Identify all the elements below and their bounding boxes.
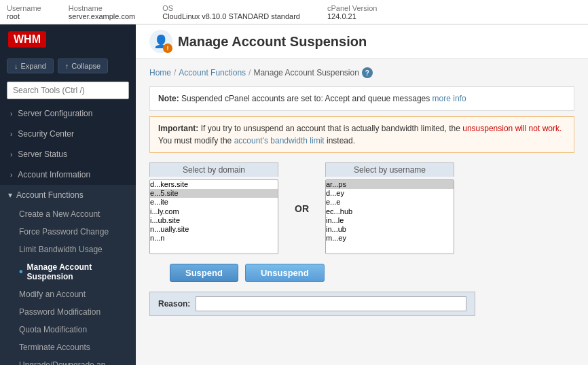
- sidebar-item-force-password-change[interactable]: Force Password Change: [11, 223, 136, 241]
- breadcrumb-home-link[interactable]: Home: [149, 68, 171, 77]
- action-buttons: Suspend Unsuspend: [149, 264, 574, 282]
- username-label: Username: [7, 4, 41, 12]
- chevron-right-icon: ›: [10, 171, 12, 179]
- sidebar-item-server-status[interactable]: › Server Status: [0, 144, 136, 164]
- breadcrumb-separator: /: [249, 68, 251, 77]
- subitem-label: Force Password Change: [19, 227, 109, 237]
- page-icon: 👤 !: [149, 30, 172, 53]
- hostname-label: Hostname: [69, 4, 135, 12]
- sidebar-item-security-center[interactable]: › Security Center: [0, 124, 136, 144]
- expand-arrow-icon: ↓: [14, 62, 18, 70]
- bullet-icon: •: [19, 266, 23, 277]
- sidebar-section-account-functions: ▾ Account Functions Create a New Account…: [0, 185, 136, 365]
- cpanel-version-col: cPanel Version 124.0.21: [327, 4, 377, 20]
- sidebar: WHM ↓ Expand ↑ Collapse › Server Configu…: [0, 24, 136, 365]
- hostname-value: server.example.com: [69, 12, 135, 20]
- sidebar-item-label: Account Functions: [16, 190, 84, 200]
- note-label: Note:: [158, 94, 179, 103]
- hostname-col: Hostname server.example.com: [69, 4, 135, 20]
- content-area: 👤 ! Manage Account Suspension Home / Acc…: [136, 24, 588, 365]
- subitem-label: Quota Modification: [19, 325, 87, 334]
- unsuspend-button[interactable]: Unsuspend: [245, 264, 325, 282]
- note-text: Suspended cPanel accounts are set to: Ac…: [181, 94, 430, 103]
- breadcrumb-current: Manage Account Suspension: [253, 68, 359, 77]
- sidebar-item-label: Server Configuration: [18, 109, 92, 118]
- subitem-label: Limit Bandwidth Usage: [19, 245, 103, 254]
- subitem-label: Manage Account Suspension: [27, 262, 128, 281]
- sidebar-item-label: Server Status: [18, 150, 67, 159]
- subitem-label: Terminate Accounts: [19, 343, 90, 352]
- sidebar-item-terminate-accounts[interactable]: Terminate Accounts: [11, 338, 136, 356]
- bandwidth-limit-link[interactable]: account's bandwidth limit: [234, 136, 325, 145]
- subitem-label: Upgrade/Downgrade an Account: [19, 360, 128, 365]
- sidebar-actions: ↓ Expand ↑ Collapse: [0, 54, 136, 77]
- important-highlight: unsuspension will not work.: [462, 124, 562, 133]
- subitem-label: Create a New Account: [19, 209, 100, 219]
- sidebar-item-manage-account-suspension[interactable]: • Manage Account Suspension: [11, 258, 136, 285]
- more-info-link[interactable]: more info: [433, 94, 466, 103]
- account-functions-subitems: Create a New Account Force Password Chan…: [0, 205, 136, 365]
- sidebar-item-quota-modification[interactable]: Quota Modification: [11, 321, 136, 338]
- sidebar-item-limit-bandwidth[interactable]: Limit Bandwidth Usage: [11, 241, 136, 258]
- breadcrumb-separator: /: [174, 68, 176, 77]
- suspend-button[interactable]: Suspend: [170, 264, 238, 282]
- reason-input[interactable]: [196, 296, 466, 311]
- os-label: OS: [162, 4, 300, 12]
- important-box: Important: If you try to unsuspend an ac…: [149, 116, 574, 153]
- cpanel-version-value: 124.0.21: [327, 12, 356, 20]
- important-text2: You must modify the: [158, 136, 234, 145]
- os-value: CloudLinux v8.10.0 STANDARD standard: [162, 12, 300, 20]
- sidebar-item-modify-account[interactable]: Modify an Account: [11, 285, 136, 303]
- sidebar-item-account-functions[interactable]: ▾ Account Functions: [0, 185, 136, 205]
- selector-area: Select by domain d...kers.sitee...5.site…: [149, 162, 574, 254]
- chevron-right-icon: ›: [10, 131, 12, 138]
- username-selector-label: Select by username: [325, 162, 454, 177]
- content-header: 👤 ! Manage Account Suspension: [136, 24, 588, 59]
- help-icon[interactable]: ?: [362, 67, 373, 78]
- username-selector-group: Select by username ar...psd...eye...eec.…: [325, 162, 454, 254]
- chevron-right-icon: ›: [10, 110, 12, 118]
- collapse-arrow-icon: ↑: [65, 62, 69, 70]
- username-value: root: [7, 12, 20, 20]
- sidebar-item-account-information[interactable]: › Account Information: [0, 164, 136, 185]
- subitem-label: Modify an Account: [19, 290, 86, 299]
- username-col: Username root: [7, 4, 41, 20]
- warning-badge-icon: !: [163, 44, 172, 53]
- reason-label: Reason:: [158, 299, 190, 309]
- sidebar-item-password-modification[interactable]: Password Modification: [11, 303, 136, 321]
- domain-select[interactable]: d...kers.sitee...5.sitee...itei...ly.com…: [149, 179, 278, 254]
- or-label: OR: [289, 203, 314, 214]
- reason-row: Reason:: [149, 292, 475, 316]
- breadcrumb-section-link[interactable]: Account Functions: [179, 68, 246, 77]
- top-bar: Username root Hostname server.example.co…: [0, 0, 588, 24]
- cpanel-version-label: cPanel Version: [327, 4, 377, 12]
- sidebar-item-label: Account Information: [18, 170, 90, 179]
- expand-button[interactable]: ↓ Expand: [7, 58, 54, 73]
- sidebar-search-container: [0, 77, 136, 103]
- sidebar-item-upgrade-downgrade[interactable]: Upgrade/Downgrade an Account: [11, 356, 136, 365]
- sidebar-item-create-new-account[interactable]: Create a New Account: [11, 205, 136, 223]
- important-text3: instead.: [327, 136, 355, 145]
- content-body: Home / Account Functions / Manage Accoun…: [136, 59, 588, 324]
- important-text: If you try to unsuspend an account that …: [201, 124, 463, 133]
- collapse-label: Collapse: [71, 62, 100, 70]
- page-title: Manage Account Suspension: [178, 34, 367, 50]
- sidebar-logo: WHM: [0, 24, 136, 54]
- expand-label: Expand: [21, 62, 46, 70]
- sidebar-item-server-configuration[interactable]: › Server Configuration: [0, 103, 136, 124]
- username-select[interactable]: ar...psd...eye...eec...hubin...lein...ub…: [325, 179, 454, 254]
- chevron-down-icon: ▾: [8, 190, 12, 200]
- note-box: Note: Suspended cPanel accounts are set …: [149, 86, 574, 111]
- whm-logo-text: WHM: [8, 31, 46, 48]
- collapse-button[interactable]: ↑ Collapse: [58, 58, 108, 73]
- subitem-label: Password Modification: [19, 307, 100, 317]
- domain-selector-group: Select by domain d...kers.sitee...5.site…: [149, 162, 278, 254]
- search-input[interactable]: [7, 82, 129, 99]
- domain-selector-label: Select by domain: [149, 162, 278, 177]
- breadcrumb: Home / Account Functions / Manage Accoun…: [149, 67, 574, 78]
- important-label: Important:: [158, 124, 198, 133]
- sidebar-item-label: Security Center: [18, 129, 74, 139]
- os-col: OS CloudLinux v8.10.0 STANDARD standard: [162, 4, 300, 20]
- main-layout: WHM ↓ Expand ↑ Collapse › Server Configu…: [0, 24, 588, 365]
- chevron-right-icon: ›: [10, 151, 12, 158]
